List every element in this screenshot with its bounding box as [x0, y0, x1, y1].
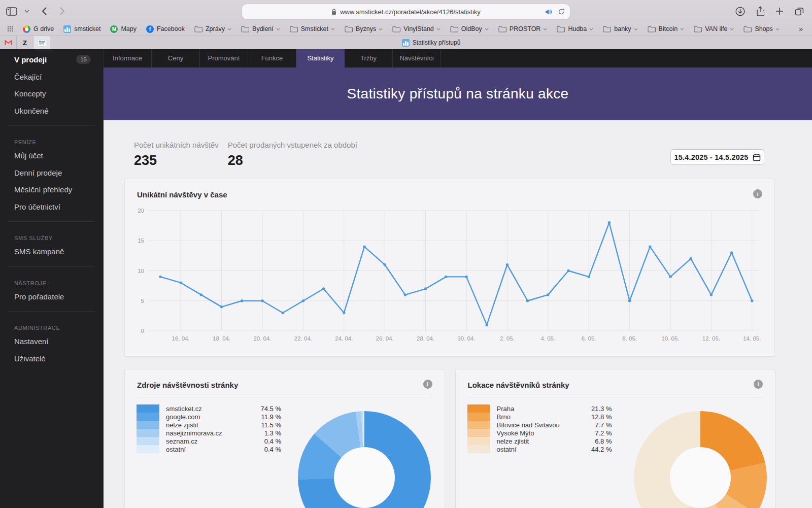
- chart-title: Unikátní návštěvy v čase: [137, 190, 227, 199]
- stat-label: Počet prodaných vstupenek za období: [228, 141, 357, 149]
- legend-swatch: [467, 413, 490, 421]
- sidebar-item-label: Nastavení: [14, 337, 49, 346]
- folder-icon: [648, 26, 656, 32]
- legend-row-smsticket-cz: smsticket.cz74.5 %: [137, 404, 281, 413]
- grid-icon[interactable]: [7, 26, 13, 32]
- tab-navstevnici[interactable]: Návštěvníci: [393, 49, 441, 67]
- sidebar-item-sms-kampane[interactable]: SMS kampaně: [0, 243, 103, 260]
- chevron-down-icon: [436, 28, 441, 30]
- bookmark-hudba[interactable]: Hudba: [557, 25, 593, 32]
- card-head: Lokace návštěvníků stránky i: [456, 369, 775, 397]
- chevron-down-icon: [227, 28, 231, 30]
- sidebar-toggle-icon[interactable]: [6, 7, 17, 16]
- legend-swatch: [467, 437, 490, 445]
- bookmark-g-drive[interactable]: G drive: [23, 25, 54, 33]
- folder-icon: [345, 26, 353, 32]
- legend-row-bilovice-nad-svitavou: Bílovice nad Svitavou7.7 %: [467, 421, 612, 429]
- pinned-tab-zendesk[interactable]: Z: [17, 36, 33, 49]
- legend-label: google.com: [159, 413, 250, 421]
- sidebar-item-muj-ucet[interactable]: Můj účet: [0, 147, 103, 164]
- info-icon[interactable]: i: [753, 189, 762, 198]
- share-icon[interactable]: [756, 6, 764, 16]
- legend-row-google-com: google.com11.9 %: [137, 413, 281, 421]
- svg-text:10. 05.: 10. 05.: [661, 335, 679, 342]
- sidebar-item-denni-prodeje[interactable]: Denní prodeje: [0, 164, 103, 182]
- sidebar-item-ukoncene[interactable]: Ukončené: [0, 103, 103, 120]
- bookmark-vinylstand[interactable]: VinylStand: [392, 25, 441, 32]
- bookmark-zpravy[interactable]: Zprávy: [194, 25, 231, 32]
- reload-icon[interactable]: [558, 8, 565, 15]
- info-icon[interactable]: i: [423, 380, 432, 389]
- sidebar-item-cekajici[interactable]: Čekající: [0, 69, 103, 86]
- tab-informace[interactable]: Informace: [104, 49, 152, 67]
- sidebar-item-mesicni-prehledy[interactable]: Měsíční přehledy: [0, 181, 103, 198]
- bookmark-smsticket[interactable]: Smsticket: [290, 25, 335, 32]
- bookmark-facebook[interactable]: fFacebook: [146, 25, 185, 33]
- sidebar: V prodeji15ČekajícíKonceptyUkončenéPENÍZ…: [0, 49, 104, 508]
- bookmark-oldboy[interactable]: OldBoy: [450, 25, 489, 32]
- sidebar-item-v-prodeji[interactable]: V prodeji15: [0, 51, 103, 69]
- sidebar-section-administrace: ADMINISTRACE: [0, 318, 103, 333]
- locations-card: Lokace návštěvníků stránky i Praha21.3 %…: [455, 369, 776, 508]
- browser-chrome: www.smsticket.cz/poradatel/akce/4126/sta…: [0, 0, 812, 49]
- sidebar-item-uzivatele[interactable]: Uživatelé: [0, 350, 103, 367]
- chevron-down-icon: [589, 28, 593, 30]
- tab-ceny[interactable]: Ceny: [152, 49, 200, 67]
- bookmark-smsticket[interactable]: smsticket: [63, 25, 100, 33]
- sidebar-item-koncepty[interactable]: Koncepty: [0, 85, 103, 103]
- facebook-icon: f: [146, 25, 154, 33]
- tab-funkce[interactable]: Funkce: [248, 49, 296, 67]
- info-icon[interactable]: i: [754, 380, 763, 389]
- back-button[interactable]: [42, 7, 47, 16]
- new-tab-icon[interactable]: [775, 7, 784, 15]
- chevron-down-icon: [543, 28, 547, 30]
- active-tab[interactable]: Statistiky přístupů: [50, 36, 812, 49]
- bookmark-byznys[interactable]: Byznys: [345, 25, 383, 32]
- svg-text:18. 04.: 18. 04.: [213, 335, 230, 342]
- folder-icon: [603, 26, 611, 32]
- sidebar-item-pro-ucetnictvi[interactable]: Pro účetnictví: [0, 198, 103, 216]
- chevron-down-icon[interactable]: [24, 10, 29, 13]
- downloads-icon[interactable]: [735, 7, 745, 16]
- legend-row-nelze-zjistit: nelze zjistit11.5 %: [137, 421, 281, 429]
- bookmark-bydleni[interactable]: Bydlení: [241, 25, 280, 32]
- audio-icon[interactable]: [545, 9, 553, 15]
- legend-label: Brno: [490, 413, 581, 421]
- bookmark-van-life[interactable]: VAN life: [694, 25, 734, 32]
- sources-card: Zdroje návštěvnosti stránky i smsticket.…: [124, 369, 445, 508]
- svg-text:30. 04.: 30. 04.: [457, 335, 475, 342]
- tab-trzby[interactable]: Tržby: [345, 49, 393, 67]
- bookmark-shops[interactable]: Shops: [743, 25, 779, 32]
- browser-toolbar: www.smsticket.cz/poradatel/akce/4126/sta…: [0, 0, 812, 22]
- pinned-tab-mail[interactable]: MailW22: [33, 36, 50, 49]
- tab-promovani[interactable]: Promování: [200, 49, 248, 67]
- legend-value: 7.7 %: [581, 421, 612, 429]
- sidebar-item-nastaveni[interactable]: Nastavení: [0, 333, 103, 350]
- forward-button[interactable]: [59, 7, 65, 16]
- tab-statistiky[interactable]: Statistiky: [296, 49, 345, 67]
- bookmark-bitcoin[interactable]: Bitcoin: [648, 25, 685, 32]
- date-range-picker[interactable]: 15.4.2025 - 14.5.2025: [670, 149, 764, 165]
- bookmarks-overflow-chevron[interactable]: »: [799, 25, 803, 33]
- pinned-tab-gmail[interactable]: [0, 36, 17, 49]
- tab-overview-icon[interactable]: [795, 7, 804, 16]
- sidebar-divider: [8, 125, 95, 126]
- legend-swatch: [467, 429, 490, 437]
- chevron-down-icon: [379, 28, 383, 30]
- svg-text:22. 04.: 22. 04.: [294, 335, 312, 342]
- legend-label: Praha: [490, 405, 581, 413]
- address-bar[interactable]: www.smsticket.cz/poradatel/akce/4126/sta…: [242, 4, 570, 19]
- bookmark-banky[interactable]: banky: [603, 25, 637, 32]
- bookmark-label: PROSTOR: [510, 25, 541, 32]
- bookmark-prostor[interactable]: PROSTOR: [498, 25, 548, 32]
- svg-text:16. 04.: 16. 04.: [172, 335, 190, 342]
- folder-icon: [241, 26, 249, 32]
- bookmark-label: Facebook: [157, 25, 185, 32]
- bookmark-label: banky: [614, 25, 631, 32]
- legend-value: 6.8 %: [581, 437, 612, 445]
- sidebar-item-label: Ukončené: [14, 107, 49, 115]
- page-content: Počet unikátních návštěv 235 Počet proda…: [104, 120, 812, 508]
- bookmark-mapy[interactable]: MMapy: [110, 25, 137, 33]
- sidebar-item-pro-poradatele[interactable]: Pro pořadatele: [0, 288, 103, 306]
- smsticket-icon: [63, 25, 71, 33]
